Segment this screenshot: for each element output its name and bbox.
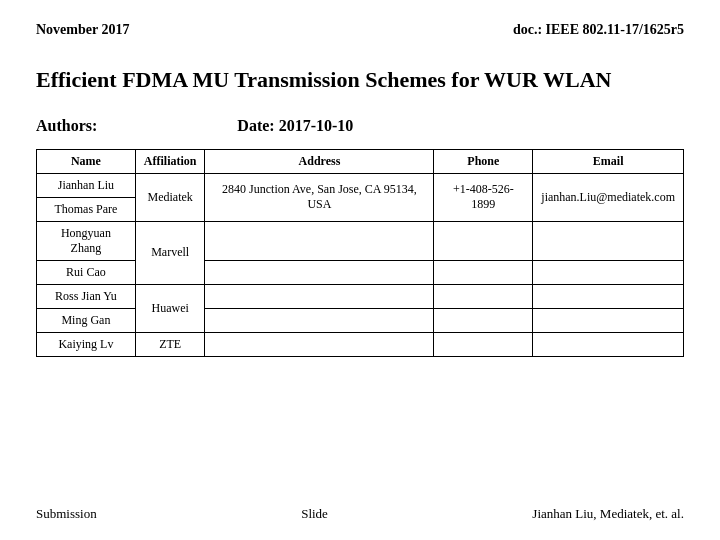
- cell-name: Hongyuan Zhang: [37, 221, 136, 260]
- cell-name: Rui Cao: [37, 260, 136, 284]
- cell-name: Ming Gan: [37, 308, 136, 332]
- header-date: November 2017: [36, 22, 129, 38]
- cell-phone: [434, 284, 533, 308]
- table-row: Rui Cao: [37, 260, 684, 284]
- cell-email: [533, 284, 684, 308]
- col-phone: Phone: [434, 149, 533, 173]
- footer-right: Jianhan Liu, Mediatek, et. al.: [532, 506, 684, 522]
- table-row: Jianhan Liu Mediatek 2840 Junction Ave, …: [37, 173, 684, 197]
- cell-phone: +1-408-526-1899: [434, 173, 533, 221]
- cell-email: [533, 260, 684, 284]
- cell-name: Jianhan Liu: [37, 173, 136, 197]
- cell-affiliation: Huawei: [135, 284, 205, 332]
- table-header-row: Name Affiliation Address Phone Email: [37, 149, 684, 173]
- cell-email: [533, 308, 684, 332]
- table-row: Kaiying Lv ZTE: [37, 332, 684, 356]
- table-row: Ming Gan: [37, 308, 684, 332]
- authors-section: Authors: Date: 2017-10-10 Name Affiliati…: [36, 117, 684, 496]
- col-address: Address: [205, 149, 434, 173]
- cell-email: jianhan.Liu@mediatek.com: [533, 173, 684, 221]
- cell-affiliation: ZTE: [135, 332, 205, 356]
- table-row: Ross Jian Yu Huawei: [37, 284, 684, 308]
- cell-name: Ross Jian Yu: [37, 284, 136, 308]
- authors-label: Authors:: [36, 117, 97, 135]
- cell-address: [205, 308, 434, 332]
- header: November 2017 doc.: IEEE 802.11-17/1625r…: [36, 22, 684, 38]
- authors-table: Name Affiliation Address Phone Email Jia…: [36, 149, 684, 357]
- cell-phone: [434, 260, 533, 284]
- col-name: Name: [37, 149, 136, 173]
- col-affiliation: Affiliation: [135, 149, 205, 173]
- page: November 2017 doc.: IEEE 802.11-17/1625r…: [0, 0, 720, 540]
- cell-affiliation: Mediatek: [135, 173, 205, 221]
- cell-address: [205, 332, 434, 356]
- table-row: Hongyuan Zhang Marvell: [37, 221, 684, 260]
- cell-affiliation: Marvell: [135, 221, 205, 284]
- cell-address: [205, 284, 434, 308]
- cell-email: [533, 332, 684, 356]
- cell-address: 2840 Junction Ave, San Jose, CA 95134, U…: [205, 173, 434, 221]
- cell-phone: [434, 221, 533, 260]
- cell-name: Thomas Pare: [37, 197, 136, 221]
- header-doc: doc.: IEEE 802.11-17/1625r5: [513, 22, 684, 38]
- date-label: Date: 2017-10-10: [237, 117, 353, 135]
- footer: Submission Slide Jianhan Liu, Mediatek, …: [36, 496, 684, 522]
- authors-header: Authors: Date: 2017-10-10: [36, 117, 684, 135]
- cell-email: [533, 221, 684, 260]
- footer-center: Slide: [301, 506, 328, 522]
- cell-phone: [434, 308, 533, 332]
- cell-address: [205, 260, 434, 284]
- cell-address: [205, 221, 434, 260]
- footer-left: Submission: [36, 506, 97, 522]
- cell-phone: [434, 332, 533, 356]
- page-title: Efficient FDMA MU Transmission Schemes f…: [36, 66, 684, 95]
- col-email: Email: [533, 149, 684, 173]
- cell-name: Kaiying Lv: [37, 332, 136, 356]
